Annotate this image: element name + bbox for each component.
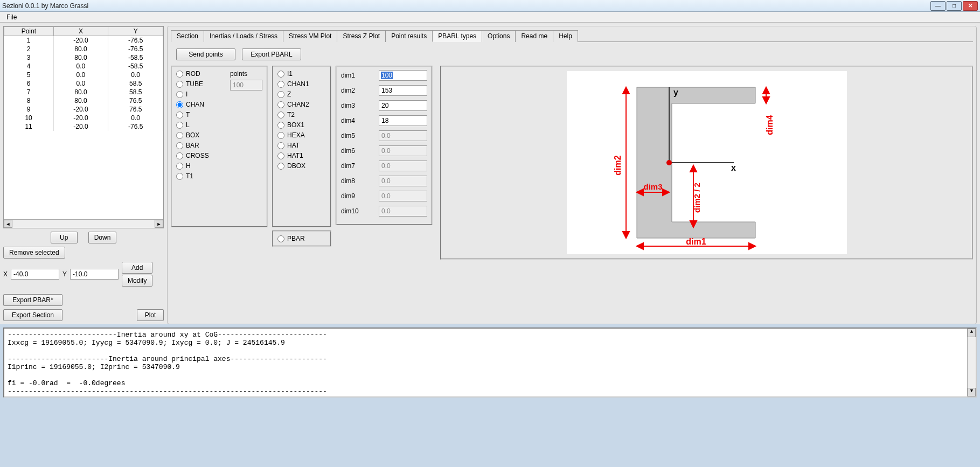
dim9-input bbox=[379, 191, 427, 201]
svg-marker-7 bbox=[623, 232, 629, 238]
dim8-input bbox=[379, 176, 427, 186]
radio-box[interactable]: BOX bbox=[176, 131, 225, 139]
svg-text:dim3: dim3 bbox=[643, 182, 662, 191]
minimize-button[interactable]: — bbox=[930, 1, 946, 11]
radio-t1[interactable]: T1 bbox=[176, 172, 225, 180]
scroll-right-icon[interactable]: ► bbox=[155, 220, 163, 228]
dim10-label: dim10 bbox=[341, 207, 363, 215]
radio-rod[interactable]: ROD bbox=[176, 70, 225, 78]
radio-chan[interactable]: CHAN bbox=[176, 101, 225, 108]
send-points-button[interactable]: Send points bbox=[176, 48, 235, 60]
radio-i1[interactable]: I1 bbox=[277, 70, 326, 78]
table-row[interactable]: 880.076.5 bbox=[4, 96, 163, 105]
table-row[interactable]: 50.00.0 bbox=[4, 71, 163, 79]
x-input[interactable] bbox=[11, 269, 59, 280]
tab-stress-z[interactable]: Stress Z Plot bbox=[337, 30, 386, 42]
radio-chan1[interactable]: CHAN1 bbox=[277, 80, 326, 88]
radio-hexa[interactable]: HEXA bbox=[277, 131, 326, 139]
down-button[interactable]: Down bbox=[88, 232, 117, 243]
svg-marker-6 bbox=[623, 87, 629, 94]
table-row[interactable]: 10-20.00.0 bbox=[4, 114, 163, 122]
tab-readme[interactable]: Read me bbox=[515, 30, 553, 42]
tab-inertias[interactable]: Inertias / Loads / Stress bbox=[204, 30, 283, 42]
table-row[interactable]: 40.0-58.5 bbox=[4, 62, 163, 71]
table-row[interactable]: 280.0-76.5 bbox=[4, 45, 163, 53]
dim3-input[interactable] bbox=[379, 100, 427, 111]
radio-chan2[interactable]: CHAN2 bbox=[277, 101, 326, 108]
col-point[interactable]: Point bbox=[4, 27, 54, 36]
types-group-a: RODTUBEICHANTLBOXBARCROSSHT1 points bbox=[171, 66, 268, 227]
radio-t[interactable]: T bbox=[176, 111, 225, 119]
table-row[interactable]: 60.058.5 bbox=[4, 79, 163, 88]
dim-row-dim6: dim6 bbox=[341, 145, 427, 156]
dim-row-dim5: dim5 bbox=[341, 130, 427, 141]
menu-file[interactable]: File bbox=[3, 12, 20, 22]
dim5-label: dim5 bbox=[341, 132, 363, 140]
svg-marker-23 bbox=[749, 243, 755, 249]
radio-hat1[interactable]: HAT1 bbox=[277, 152, 326, 159]
tab-stress-vm[interactable]: Stress VM Plot bbox=[283, 30, 337, 42]
radio-z[interactable]: Z bbox=[277, 90, 326, 98]
dim-row-dim8: dim8 bbox=[341, 176, 427, 186]
col-x[interactable]: X bbox=[53, 27, 108, 36]
plot-button[interactable]: Plot bbox=[137, 309, 164, 321]
table-row[interactable]: 1-20.0-76.5 bbox=[4, 36, 163, 45]
tab-options[interactable]: Options bbox=[482, 30, 516, 42]
svg-text:x: x bbox=[731, 163, 736, 172]
table-hscroll[interactable]: ◄ ► bbox=[4, 219, 163, 228]
scroll-left-icon[interactable]: ◄ bbox=[4, 220, 12, 228]
radio-h[interactable]: H bbox=[176, 162, 225, 170]
up-button[interactable]: Up bbox=[51, 232, 78, 243]
radio-bar[interactable]: BAR bbox=[176, 142, 225, 149]
radio-box1[interactable]: BOX1 bbox=[277, 121, 326, 129]
dim2-input[interactable] bbox=[379, 85, 427, 96]
radio-i[interactable]: I bbox=[176, 90, 225, 98]
radio-l[interactable]: L bbox=[176, 121, 225, 129]
radio-pbar[interactable]: PBAR bbox=[277, 235, 326, 242]
dim2-label: dim2 bbox=[341, 87, 363, 94]
tab-point-results[interactable]: Point results bbox=[385, 30, 433, 42]
radio-cross[interactable]: CROSS bbox=[176, 152, 225, 159]
right-pane: Section Inertias / Loads / Stress Stress… bbox=[167, 26, 977, 324]
tab-help[interactable]: Help bbox=[553, 30, 578, 42]
console-vscroll[interactable]: ▲▼ bbox=[967, 329, 976, 396]
dim-row-dim1: dim1100 bbox=[341, 70, 427, 81]
radio-hat[interactable]: HAT bbox=[277, 142, 326, 149]
radio-t2[interactable]: T2 bbox=[277, 111, 326, 119]
tabs: Section Inertias / Loads / Stress Stress… bbox=[171, 30, 973, 42]
title-bar: Sezioni 0.0.1 by Marco Grassi — □ ✕ bbox=[0, 0, 980, 12]
points-input bbox=[230, 80, 262, 90]
radio-dbox[interactable]: DBOX bbox=[277, 162, 326, 170]
dim-row-dim4: dim4 bbox=[341, 115, 427, 126]
modify-button[interactable]: Modify bbox=[122, 275, 152, 287]
maximize-button[interactable]: □ bbox=[947, 1, 962, 11]
points-table[interactable]: Point X Y 1-20.0-76.5280.0-76.5380.0-58.… bbox=[4, 26, 163, 131]
dim6-input bbox=[379, 145, 427, 156]
remove-selected-button[interactable]: Remove selected bbox=[3, 247, 65, 259]
scroll-down-icon[interactable]: ▼ bbox=[968, 388, 976, 396]
left-pane: Point X Y 1-20.0-76.5280.0-76.5380.0-58.… bbox=[0, 23, 167, 324]
scroll-up-icon[interactable]: ▲ bbox=[968, 329, 976, 337]
export-pbar-button[interactable]: Export PBAR* bbox=[3, 294, 62, 306]
table-row[interactable]: 780.058.5 bbox=[4, 88, 163, 96]
export-section-button[interactable]: Export Section bbox=[3, 309, 62, 321]
radio-tube[interactable]: TUBE bbox=[176, 80, 225, 88]
tab-section[interactable]: Section bbox=[171, 30, 204, 42]
dim5-input bbox=[379, 130, 427, 141]
menu-bar: File bbox=[0, 12, 980, 23]
add-button[interactable]: Add bbox=[122, 262, 152, 274]
export-pbarl-button[interactable]: Export PBARL bbox=[242, 48, 301, 60]
y-label: Y bbox=[62, 270, 67, 278]
dim6-label: dim6 bbox=[341, 147, 363, 155]
table-row[interactable]: 9-20.076.5 bbox=[4, 105, 163, 114]
svg-text:dim2 / 2: dim2 / 2 bbox=[692, 183, 701, 213]
tab-pbarl-types[interactable]: PBARL types bbox=[432, 30, 482, 42]
dim-row-dim10: dim10 bbox=[341, 206, 427, 217]
close-button[interactable]: ✕ bbox=[963, 1, 978, 11]
table-row[interactable]: 380.0-58.5 bbox=[4, 53, 163, 62]
table-row[interactable]: 11-20.0-76.5 bbox=[4, 122, 163, 131]
dim4-input[interactable] bbox=[379, 115, 427, 126]
col-y[interactable]: Y bbox=[108, 27, 163, 36]
y-input[interactable] bbox=[70, 269, 119, 280]
output-console[interactable]: --------------------------Inertia around… bbox=[3, 327, 977, 398]
